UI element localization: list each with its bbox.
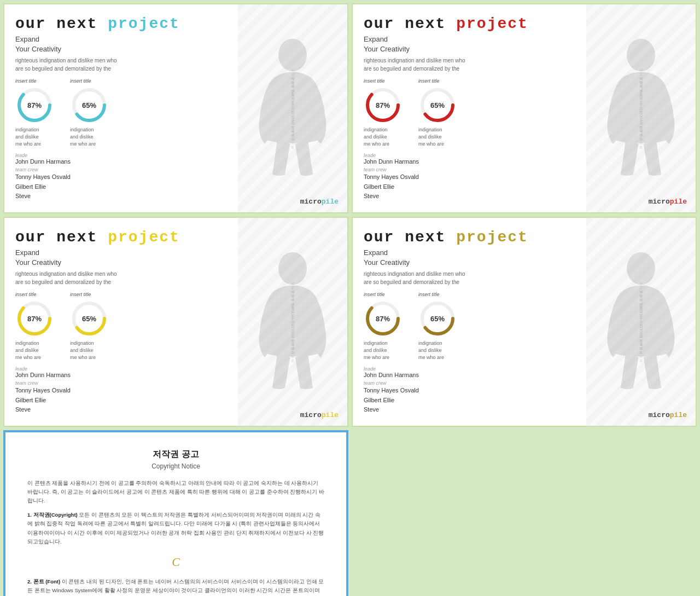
metric-1: insert title 87% indignationand dislikem… bbox=[15, 78, 54, 147]
c-logo: C bbox=[27, 552, 324, 572]
circle-87-label: 87% bbox=[27, 101, 42, 109]
metric-2-label-red: insert title bbox=[418, 78, 457, 84]
metric-2-label-yellow: insert title bbox=[70, 292, 108, 297]
metric-1-red: insert title 87% indignationand dislikem… bbox=[364, 78, 402, 147]
metric-1-desc-yellow: indignationand dislikeme who are bbox=[15, 340, 54, 361]
copyright-section2: 2. 폰트 (Font) 이 콘텐츠 내의 된 디자인, 인쇄 폰트는 네이버 … bbox=[27, 577, 324, 596]
figure-silhouette-yellow: REPLACE YOUR IMAGE DAMI RUOY REPLACE REP… bbox=[238, 218, 347, 426]
copyright-panel: 저작권 공고 Copyright Notice 이 콘텐츠 제품을 사용하시기 … bbox=[3, 430, 348, 596]
title-highlight-gold: project bbox=[456, 229, 528, 246]
section2-body: 이 콘텐츠 내의 된 디자인, 인쇄 폰트는 네이버 시스템의의 서비스이며 서… bbox=[27, 578, 324, 596]
metric-2-desc-gold: indignationand dislikeme who are bbox=[418, 340, 457, 361]
copyright-subtitle: Copyright Notice bbox=[27, 462, 324, 470]
figure-background-yellow bbox=[238, 218, 347, 426]
metric-1-desc-red: indignationand dislikeme who are bbox=[364, 126, 402, 147]
circle-87-label-red: 87% bbox=[376, 101, 390, 109]
section1-title: 1. 저작권(Copyright) bbox=[27, 512, 78, 518]
metric-2-label: insert title bbox=[70, 78, 108, 84]
figure-background-gold bbox=[586, 218, 696, 426]
circle-87-label-yellow: 87% bbox=[27, 315, 42, 323]
figure-silhouette-red: REPLACE YOUR IMAGE DAMI RUOY REPLACE REP… bbox=[586, 4, 696, 212]
circle-87-label-gold: 87% bbox=[376, 315, 390, 323]
metric-2-desc: indignationand dislikeme who are bbox=[70, 126, 108, 147]
metric-2-desc-yellow: indignationand dislikeme who are bbox=[70, 340, 108, 361]
metric-1-desc-gold: indignationand dislikeme who are bbox=[364, 340, 402, 361]
slide-red: our next project ExpandYour Creativity r… bbox=[352, 3, 697, 213]
metric-1-gold: insert title 87% indignationand dislikem… bbox=[364, 292, 402, 361]
copyright-body: 이 콘텐츠 제품을 사용하시기 전에 이 공고를 주의하여 숙독하시고 아래의 … bbox=[27, 479, 324, 596]
slide-description: righteous indignation and dislike men wh… bbox=[15, 56, 168, 73]
figure-background-red bbox=[586, 4, 696, 212]
metric-2-gold: insert title 65% indignationand dislikem… bbox=[418, 292, 457, 361]
circle-87: 87% bbox=[15, 86, 54, 124]
circle-65-label: 65% bbox=[82, 101, 96, 109]
slide-description-gold: righteous indignation and dislike men wh… bbox=[364, 270, 517, 286]
circle-65: 65% bbox=[70, 86, 108, 124]
slide-blue: our next project ExpandYour Creativity r… bbox=[3, 3, 348, 213]
slide-description-red: righteous indignation and dislike men wh… bbox=[364, 56, 517, 73]
circle-65-label-gold: 65% bbox=[430, 315, 445, 323]
metric-1-yellow: insert title 87% indignationand dislikem… bbox=[15, 292, 54, 361]
figure-silhouette: REPLACE YOUR IMAGE DAMI RUOY REPLACE REP… bbox=[238, 4, 347, 212]
metric-2-label-gold: insert title bbox=[418, 292, 457, 297]
metric-2-red: insert title 65% indignationand dislikem… bbox=[418, 78, 457, 147]
empty-panel bbox=[352, 430, 697, 596]
section2-title: 2. 폰트 (Font) bbox=[27, 578, 60, 585]
figure-silhouette-gold: REPLACE YOUR IMAGE DAMI RUOY REPLACE REP… bbox=[586, 218, 696, 426]
copyright-title: 저작권 공고 bbox=[27, 449, 324, 460]
metric-2-yellow: insert title 65% indignationand dislikem… bbox=[70, 292, 108, 361]
metric-2-desc-red: indignationand dislikeme who are bbox=[418, 126, 457, 147]
title-highlight: project bbox=[108, 15, 180, 32]
title-highlight-red: project bbox=[456, 15, 528, 32]
metric-1-label-red: insert title bbox=[364, 78, 402, 84]
metric-1-label: insert title bbox=[15, 78, 54, 84]
copyright-intro: 이 콘텐츠 제품을 사용하시기 전에 이 공고를 주의하여 숙독하시고 아래의 … bbox=[27, 479, 324, 505]
title-highlight-yellow: project bbox=[108, 229, 180, 246]
circle-65-red: 65% bbox=[418, 86, 457, 124]
circle-87-yellow: 87% bbox=[15, 299, 54, 338]
metric-1-label-yellow: insert title bbox=[15, 292, 54, 297]
slide-yellow: our next project ExpandYour Creativity r… bbox=[3, 217, 348, 427]
circle-65-label-red: 65% bbox=[430, 101, 445, 109]
copyright-section1: 1. 저작권(Copyright) 모든 이 콘텐츠의 모든 이 텍스트의 저작… bbox=[27, 511, 324, 546]
circle-87-gold: 87% bbox=[364, 299, 402, 338]
metric-2: insert title 65% indignationand dislikem… bbox=[70, 78, 108, 147]
circle-65-label-yellow: 65% bbox=[82, 315, 96, 323]
circle-65-yellow: 65% bbox=[70, 299, 108, 338]
slide-description-yellow: righteous indignation and dislike men wh… bbox=[15, 270, 168, 286]
metric-1-desc: indignationand dislikeme who are bbox=[15, 126, 54, 147]
circle-87-red: 87% bbox=[364, 86, 402, 124]
metric-1-label-gold: insert title bbox=[364, 292, 402, 297]
figure-background bbox=[238, 4, 347, 212]
slide-gold: our next project ExpandYour Creativity r… bbox=[352, 217, 697, 427]
circle-65-gold: 65% bbox=[418, 299, 457, 338]
